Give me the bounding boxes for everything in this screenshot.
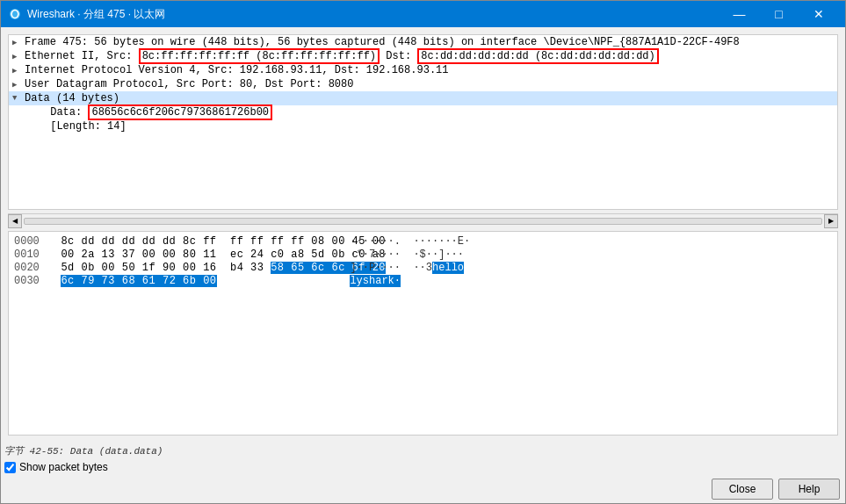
hex-ascii-2: ]··P···· ··3hello <box>337 262 832 274</box>
wireshark-icon <box>8 7 22 21</box>
show-bytes-label: Show packet bytes <box>19 461 108 473</box>
scroll-right-btn[interactable]: ▶ <box>824 214 838 228</box>
indent-spacer2 <box>12 120 50 133</box>
hex-row-0020: 0020 5d 0b 00 50 1f 90 00 16 b4 33 58 65… <box>14 262 832 274</box>
restore-button[interactable]: □ <box>759 1 799 27</box>
length-label: [Length: 14] <box>50 120 126 133</box>
hex-ascii-3: lyshark· <box>337 275 832 287</box>
tree-row-udp[interactable]: ▶ User Datagram Protocol, Src Port: 80, … <box>9 77 837 91</box>
hex-bytes-1: 00 2a 13 37 00 00 80 11 ec 24 c0 a8 5d 0… <box>47 248 337 261</box>
hex-panel[interactable]: 0000 8c dd dd dd dd dd 8c ff ff ff ff ff… <box>8 231 838 436</box>
status-bar: 字节 42-55: Data (data.data) <box>1 443 845 459</box>
tree-row-length[interactable]: [Length: 14] <box>9 119 837 133</box>
dst-mac-highlight: 8c:dd:dd:dd:dd:dd (8c:dd:dd:dd:dd:dd) <box>417 48 658 64</box>
title-bar: Wireshark · 分组 475 · 以太网 — □ ✕ <box>1 1 845 27</box>
expand-frame-icon: ▶ <box>12 38 23 47</box>
close-window-button[interactable]: ✕ <box>799 1 838 27</box>
tree-row-frame[interactable]: ▶ Frame 475: 56 bytes on wire (448 bits)… <box>9 35 837 49</box>
minimize-button[interactable]: — <box>719 1 759 27</box>
tree-row-ethernet[interactable]: ▶ Ethernet II, Src: 8c:ff:ff:ff:ff:ff (8… <box>9 49 837 63</box>
wireshark-window: Wireshark · 分组 475 · 以太网 — □ ✕ ▶ Frame 4… <box>0 0 846 504</box>
packet-tree[interactable]: ▶ Frame 475: 56 bytes on wire (448 bits)… <box>8 34 838 210</box>
data-hex-highlight: 68656c6c6f206c79736861726b00 <box>88 104 272 120</box>
hex-row-0030: 0030 6c 79 73 68 61 72 6b 00 lyshark· <box>14 275 832 287</box>
scroll-track[interactable] <box>24 218 822 225</box>
tree-row-data-value[interactable]: Data: 68656c6c6f206c79736861726b00 <box>9 105 837 119</box>
hex-ascii-2-highlight: hello <box>432 262 464 274</box>
hex-row-0000: 0000 8c dd dd dd dd dd 8c ff ff ff ff ff… <box>14 235 832 248</box>
udp-label: User Datagram Protocol, Src Port: 80, Ds… <box>25 78 353 90</box>
field-status-label: 字节 42-55: Data (data.data) <box>4 446 163 457</box>
ethernet-label: Ethernet II, Src: 8c:ff:ff:ff:ff:ff (8c:… <box>25 50 659 62</box>
hex-ascii-1: ·*·7···· ·$··]··· <box>337 248 832 261</box>
close-button[interactable]: Close <box>712 479 773 500</box>
checkbox-row: Show packet bytes <box>1 459 845 475</box>
tree-row-data[interactable]: ▼ Data (14 bytes) <box>9 91 837 105</box>
tree-row-ip[interactable]: ▶ Internet Protocol Version 4, Src: 192.… <box>9 63 837 77</box>
frame-label: Frame 475: 56 bytes on wire (448 bits), … <box>25 36 740 48</box>
hex-offset-1: 0010 <box>14 248 47 261</box>
hex-bytes-3-highlight: 6c 79 73 68 61 72 6b 00 <box>61 275 216 287</box>
hex-offset-0: 0000 <box>14 235 47 248</box>
expand-ip-icon: ▶ <box>12 66 23 76</box>
src-mac-highlight: 8c:ff:ff:ff:ff:ff (8c:ff:ff:ff:ff:ff) <box>139 48 380 64</box>
hex-offset-2: 0020 <box>14 262 47 274</box>
hex-ascii-0: ·······. ·······E· <box>337 235 832 248</box>
expand-data-icon: ▼ <box>12 94 23 103</box>
hex-bytes-3: 6c 79 73 68 61 72 6b 00 <box>47 275 337 287</box>
data-value-label: Data: 68656c6c6f206c79736861726b00 <box>50 106 272 119</box>
scroll-left-btn[interactable]: ◀ <box>8 214 22 228</box>
window-title: Wireshark · 分组 475 · 以太网 <box>27 7 719 22</box>
footer-buttons: Close Help <box>1 475 845 503</box>
hex-ascii-3-highlight: lyshark· <box>350 275 401 287</box>
hex-offset-3: 0030 <box>14 275 47 287</box>
hex-bytes-2: 5d 0b 00 50 1f 90 00 16 b4 33 58 65 6c 6… <box>47 262 337 274</box>
expand-udp-icon: ▶ <box>12 80 23 90</box>
expand-ethernet-icon: ▶ <box>12 52 23 61</box>
content-area: ▶ Frame 475: 56 bytes on wire (448 bits)… <box>1 27 845 443</box>
data-label: Data (14 bytes) <box>25 92 119 104</box>
hex-row-0010: 0010 00 2a 13 37 00 00 80 11 ec 24 c0 a8… <box>14 248 832 261</box>
tree-scrollbar[interactable]: ◀ ▶ <box>8 213 838 227</box>
help-button[interactable]: Help <box>778 479 840 500</box>
ip-label: Internet Protocol Version 4, Src: 192.16… <box>25 64 448 76</box>
hex-bytes-0: 8c dd dd dd dd dd 8c ff ff ff ff ff 08 0… <box>47 235 337 248</box>
window-controls: — □ ✕ <box>719 1 838 27</box>
show-bytes-checkbox[interactable] <box>4 462 16 473</box>
indent-spacer <box>12 106 50 119</box>
